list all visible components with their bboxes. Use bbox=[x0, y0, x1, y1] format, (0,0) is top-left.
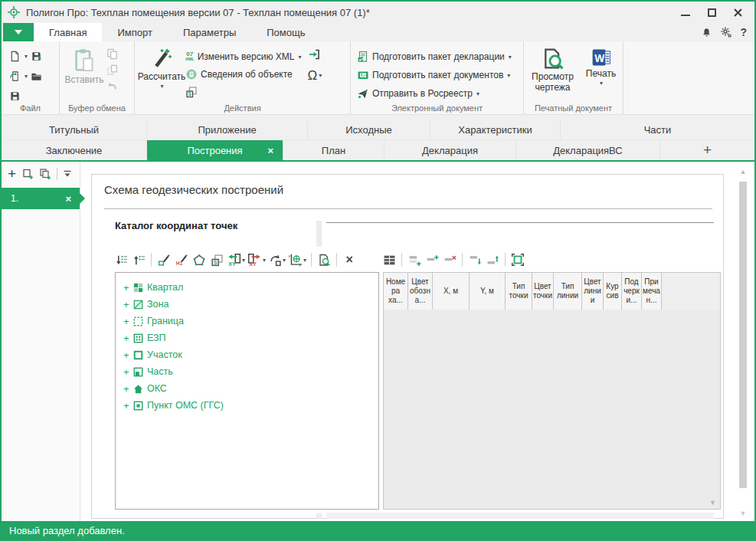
expand-icon[interactable]: + bbox=[123, 283, 129, 293]
column-header-y[interactable]: Y, м bbox=[469, 272, 506, 310]
add-section-icon[interactable]: + bbox=[8, 169, 16, 179]
autoname-points-icon[interactable]: H1 bbox=[174, 252, 189, 267]
coordinate-system-dropdown-icon[interactable]: ▾ bbox=[303, 257, 306, 264]
vertical-scrollbar[interactable]: ▲ ▼ bbox=[737, 168, 749, 517]
export-coordinates-dropdown-icon[interactable]: ▾ bbox=[263, 257, 266, 264]
help-question-icon[interactable]: ? bbox=[740, 26, 747, 38]
doc-tab-iskhodnye[interactable]: Исходные bbox=[308, 120, 430, 139]
tree-item-ezp[interactable]: + ЕЗП bbox=[116, 330, 378, 346]
sort-descending-icon[interactable] bbox=[113, 252, 129, 267]
expand-icon[interactable]: + bbox=[123, 384, 129, 394]
prepare-declaration-package-button[interactable]: Подготовить пакет декларации bbox=[372, 51, 505, 62]
tree-item-quarter[interactable]: + Квартал bbox=[116, 279, 378, 296]
expand-table-icon[interactable] bbox=[510, 252, 525, 267]
import-coordinates-dropdown-icon[interactable]: ▾ bbox=[242, 257, 245, 264]
transform-contour-dropdown-icon[interactable]: ▾ bbox=[283, 257, 286, 264]
column-header-note[interactable]: Примечан... bbox=[641, 272, 662, 310]
doc-tab-titulny[interactable]: Титульный bbox=[2, 120, 147, 139]
doc-tab-kharakteristiki[interactable]: Характеристики bbox=[430, 120, 561, 139]
table-scroll-down-icon[interactable]: ▼ bbox=[709, 499, 716, 507]
menu-tab-parameters[interactable]: Параметры bbox=[168, 23, 251, 41]
add-tab-button[interactable]: + bbox=[660, 140, 754, 160]
close-section-icon[interactable]: × bbox=[65, 193, 80, 205]
transform-contour-button[interactable]: ▾ bbox=[268, 254, 286, 267]
maximize-button[interactable] bbox=[705, 6, 718, 18]
add-row-icon[interactable] bbox=[424, 252, 440, 267]
delete-icon[interactable]: × bbox=[342, 252, 357, 267]
column-header-line-color[interactable]: Цвет линии bbox=[581, 272, 604, 310]
close-tab-icon[interactable]: × bbox=[267, 145, 273, 156]
tree-item-boundary[interactable]: + Граница bbox=[116, 313, 378, 330]
sync-object-icon[interactable]: S bbox=[185, 86, 198, 98]
coordinates-table-body[interactable]: ▼ bbox=[383, 310, 721, 510]
column-header-point-color[interactable]: Цвет точки bbox=[532, 272, 554, 310]
save-icon[interactable] bbox=[9, 90, 21, 102]
expand-icon[interactable]: + bbox=[123, 316, 129, 326]
send-rosreestr-dropdown-icon[interactable]: ▾ bbox=[476, 90, 479, 97]
delete-row-icon[interactable] bbox=[442, 252, 457, 267]
import-coordinates-button[interactable]: XY ▾ bbox=[227, 253, 245, 267]
tree-item-oks[interactable]: + ОКС bbox=[116, 380, 378, 397]
move-row-up-icon[interactable] bbox=[485, 252, 500, 267]
save-as-icon[interactable] bbox=[31, 51, 42, 62]
tree-item-oms-point[interactable]: + Пункт ОМС (ГГС) bbox=[116, 397, 378, 414]
send-rosreestr-button[interactable]: Отправить в Росреестр bbox=[372, 88, 473, 99]
doc-tab-deklaratsiyavs[interactable]: ДекларацияВС bbox=[516, 140, 660, 160]
notifications-bell-icon[interactable] bbox=[701, 27, 712, 38]
column-header-italic[interactable]: Курсив bbox=[603, 272, 622, 310]
autonumber-points-icon[interactable] bbox=[156, 252, 172, 267]
table-view-icon[interactable] bbox=[381, 252, 397, 267]
copy-section-icon[interactable] bbox=[21, 168, 34, 180]
scroll-down-icon[interactable]: ▼ bbox=[737, 510, 749, 517]
copy-contour-icon[interactable]: S bbox=[209, 252, 224, 267]
menu-tab-home[interactable]: Главная bbox=[34, 23, 102, 41]
print-button[interactable]: W Печать ▾ bbox=[583, 45, 620, 102]
menu-tab-import[interactable]: Импорт bbox=[102, 23, 167, 41]
open-recent-icon[interactable] bbox=[9, 70, 21, 82]
expand-icon[interactable]: + bbox=[123, 300, 129, 310]
insert-row-below-icon[interactable] bbox=[407, 252, 422, 267]
expand-icon[interactable]: + bbox=[123, 350, 129, 360]
catalog-coordinates-field[interactable] bbox=[326, 222, 714, 247]
doc-tab-deklaratsiya[interactable]: Декларация bbox=[385, 140, 516, 160]
object-info-button[interactable]: Сведения об объекте bbox=[201, 69, 293, 80]
calculate-dropdown-icon[interactable]: ▾ bbox=[160, 83, 163, 90]
copy-icon[interactable] bbox=[106, 48, 118, 60]
change-xml-dropdown-icon[interactable]: ▾ bbox=[298, 54, 301, 61]
preview-tree-icon[interactable] bbox=[316, 252, 332, 267]
column-header-line-type[interactable]: Тип линии bbox=[553, 272, 582, 310]
export-coordinates-button[interactable]: XY ▾ bbox=[247, 253, 266, 267]
calculate-button[interactable]: Рассчитать ▾ bbox=[138, 45, 185, 102]
section-tab-1[interactable]: 1. × bbox=[2, 188, 80, 209]
doc-tab-zaklyuchenie[interactable]: Заключение bbox=[2, 140, 147, 160]
tree-item-parcel[interactable]: + Участок bbox=[116, 346, 378, 363]
drawing-preview-button[interactable]: Просмотрчертежа bbox=[528, 45, 578, 102]
declaration-package-dropdown-icon[interactable]: ▾ bbox=[509, 54, 512, 61]
field-splitter-handle[interactable] bbox=[316, 513, 322, 519]
column-header-underline[interactable]: Подчерки... bbox=[621, 272, 642, 310]
settings-gear-icon[interactable] bbox=[720, 26, 732, 38]
undo-icon[interactable] bbox=[106, 80, 118, 92]
open-folder-icon[interactable] bbox=[31, 70, 42, 82]
prepare-documents-package-button[interactable]: Подготовить пакет документов bbox=[372, 70, 503, 80]
menu-tab-help[interactable]: Помощь bbox=[251, 23, 320, 41]
sort-ascending-icon[interactable] bbox=[131, 252, 146, 267]
close-button[interactable] bbox=[731, 6, 744, 18]
insert-symbol-dropdown-icon[interactable]: ▾ bbox=[319, 72, 322, 79]
column-header-x[interactable]: X, м bbox=[432, 272, 470, 310]
doc-tab-chasti[interactable]: Части bbox=[561, 120, 754, 139]
column-header-point-type[interactable]: Тип точки bbox=[505, 272, 532, 310]
field-splitter-handle[interactable] bbox=[316, 221, 322, 247]
minimize-button[interactable] bbox=[679, 6, 692, 18]
paste-button[interactable]: Вставить bbox=[63, 45, 106, 102]
move-row-down-icon[interactable] bbox=[467, 252, 483, 267]
scroll-up-icon[interactable]: ▲ bbox=[737, 168, 749, 175]
new-document-icon[interactable] bbox=[9, 51, 21, 62]
doc-tab-plan[interactable]: План bbox=[283, 140, 385, 160]
scrollbar-thumb[interactable] bbox=[739, 182, 747, 488]
tree-item-zone[interactable]: + Зона bbox=[116, 296, 378, 313]
expand-icon[interactable]: + bbox=[123, 401, 129, 411]
new-document-dropdown-icon[interactable]: ▾ bbox=[25, 53, 28, 60]
expand-icon[interactable]: + bbox=[123, 333, 129, 343]
import-into-project-icon[interactable] bbox=[307, 48, 322, 61]
